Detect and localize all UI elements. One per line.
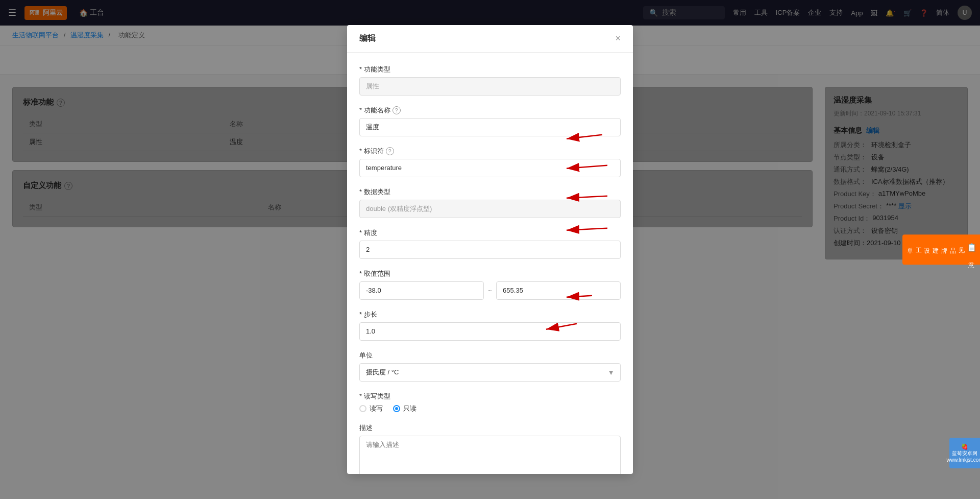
form-item-desc: 描述 0/100: [359, 423, 621, 474]
badge-text: 蓝莓安卓网www.lmkjst.com: [946, 450, 980, 463]
range-min-input[interactable]: [359, 281, 484, 300]
badge-icon: 🍓: [961, 443, 968, 450]
funcname-help-icon[interactable]: ?: [393, 106, 401, 114]
datatype-input[interactable]: [359, 200, 621, 218]
functype-input[interactable]: [359, 77, 621, 96]
range-max-input[interactable]: [496, 281, 621, 300]
unit-select-wrapper: 摄氏度 / °C 华氏度 / °F 开尔文 / K ▼: [359, 363, 621, 382]
form-item-step: * 步长: [359, 310, 621, 341]
precision-label: * 精度: [359, 228, 621, 237]
form-item-functype: * 功能类型: [359, 65, 621, 96]
close-icon[interactable]: ×: [615, 33, 621, 44]
unit-label: 单位: [359, 351, 621, 360]
form-item-rwtype: * 读写类型 读写 只读: [359, 392, 621, 413]
form-item-range: * 取值范围 ~: [359, 269, 621, 300]
funcname-input[interactable]: [359, 118, 621, 136]
radio-readwrite-circle: [359, 405, 366, 412]
identifier-help-icon[interactable]: ?: [386, 147, 394, 155]
form-item-precision: * 精度: [359, 228, 621, 259]
desc-textarea[interactable]: [359, 436, 621, 474]
modal-overlay[interactable]: 编辑 × * 功能类型 * 功能名称 ?: [0, 0, 980, 499]
rwtype-label: * 读写类型: [359, 392, 621, 401]
form-item-identifier: * 标识符 ?: [359, 147, 621, 177]
range-label: * 取值范围: [359, 269, 621, 278]
side-tab-icon: 📋: [967, 243, 976, 253]
functype-label: * 功能类型: [359, 65, 621, 74]
rwtype-radio-group: 读写 只读: [359, 404, 621, 413]
dialog-body: * 功能类型 * 功能名称 ? * 标识符 ?: [347, 53, 633, 474]
range-separator: ~: [488, 287, 492, 295]
radio-readonly-circle: [393, 405, 400, 412]
funcname-label: * 功能名称 ?: [359, 106, 621, 115]
identifier-input[interactable]: [359, 159, 621, 177]
form-item-datatype: * 数据类型: [359, 187, 621, 218]
form-item-unit: 单位 摄氏度 / °C 华氏度 / °F 开尔文 / K ▼: [359, 351, 621, 382]
dialog-title: 编辑: [359, 33, 376, 44]
desc-label: 描述: [359, 423, 621, 433]
radio-readwrite[interactable]: 读写: [359, 404, 383, 413]
precision-input[interactable]: [359, 241, 621, 259]
edit-dialog: 编辑 × * 功能类型 * 功能名称 ?: [347, 25, 633, 474]
radio-readonly[interactable]: 只读: [393, 404, 416, 413]
step-input[interactable]: [359, 322, 621, 341]
datatype-label: * 数据类型: [359, 187, 621, 197]
side-feedback-tab[interactable]: 📋 意见品牌建设工单: [902, 234, 980, 265]
identifier-label: * 标识符 ?: [359, 147, 621, 156]
badge-box[interactable]: 🍓 蓝莓安卓网www.lmkjst.com: [949, 438, 980, 468]
form-item-funcname: * 功能名称 ?: [359, 106, 621, 136]
dialog-header: 编辑 ×: [347, 25, 633, 53]
step-label: * 步长: [359, 310, 621, 319]
unit-select[interactable]: 摄氏度 / °C 华氏度 / °F 开尔文 / K: [359, 363, 621, 382]
bottom-badge[interactable]: 🍓 蓝莓安卓网www.lmkjst.com: [949, 438, 980, 468]
range-row: ~: [359, 281, 621, 300]
